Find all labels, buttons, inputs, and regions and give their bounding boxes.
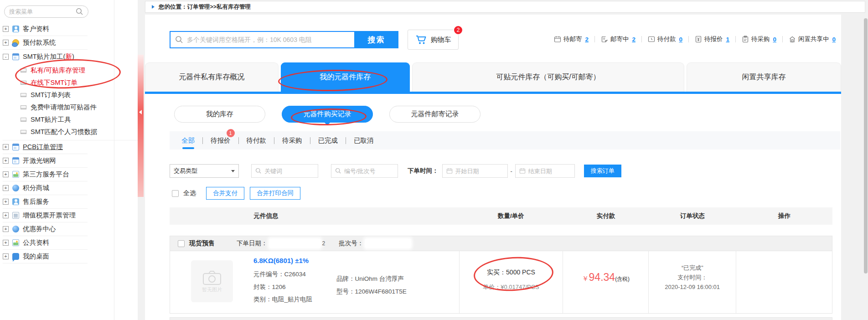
expand-icon[interactable]: + [3,26,9,32]
expand-icon[interactable]: + [3,212,9,218]
qty-price-cell: 实买：5000 PCS 单价：¥0.01747/PCS [460,251,563,313]
presale-tag: 现货预售 [189,239,215,248]
subtab-mail-records[interactable]: 元器件邮寄记录 [389,106,480,123]
package-label: 封装： [253,284,272,290]
merge-pay-button[interactable]: 合并支付 [206,187,244,200]
home-share-icon [789,36,796,43]
submenu-icon [21,105,26,109]
divider [688,36,689,42]
orders-table-header: 元件信息 数量/单价 实付款 订单状态 操作 [170,207,832,225]
component-search-box[interactable] [170,31,354,48]
filter-tab-pending-quote[interactable]: 待报价1 [211,136,231,145]
sidebar-item-smt-order-list[interactable]: SMT订单列表 [3,89,138,101]
sidebar-item-free-apply-parts[interactable]: 免费申请增加可贴器件 [3,101,138,114]
vertical-scrollbar[interactable] [864,18,868,274]
expand-icon[interactable]: + [3,144,9,150]
sidebar-item-pcb-orders[interactable]: + PCB订单管理 [3,140,88,154]
breadcrumb-arrow-icon [152,5,155,9]
end-date-input[interactable] [528,168,571,175]
subtab-purchase-records[interactable]: 元器件购买记录 [282,106,373,123]
filter-tab-completed[interactable]: 已完成 [318,136,338,145]
end-date-field[interactable] [515,164,575,178]
sidebar-item-laser-stencil[interactable]: + 开激光钢网 [3,154,88,168]
keyword-input[interactable] [264,168,314,175]
tab-my-component-stock[interactable]: 我的元器件库存 [281,62,410,92]
status-link-pending-payment[interactable]: 待付款0 [648,35,682,43]
redacted-batch-no [365,239,411,248]
tab-private-stock-overview[interactable]: 元器件私有库存概况 [145,62,279,92]
order-date-label: 下单日期： [237,239,268,248]
sidebar-item-vat-invoice[interactable]: + 增值税票开票管理 [3,209,88,222]
submenu-icon [21,118,26,122]
sidebar-search[interactable] [4,5,88,18]
status-link-mailing[interactable]: 邮寄中2 [601,35,636,43]
order-row: 现货预售 下单日期： 2 批次号： 暂无图片 6.8KΩ(6801) ±1% 元… [170,236,832,314]
collapse-icon[interactable]: - [3,54,9,60]
submenu-icon [21,68,26,72]
divider [310,137,310,144]
order-checkbox[interactable] [178,240,185,247]
filter-tab-cancelled[interactable]: 已取消 [354,136,374,145]
sidebar-item-coupon-center[interactable]: + 优惠券中心 [3,222,88,236]
sidebar: + 客户资料 + 预付款系统 - SMT贴片加工(新) 私有/可贴库存管理 在线… [0,0,138,320]
start-date-field[interactable] [442,164,508,178]
start-date-input[interactable] [455,168,504,175]
expand-icon[interactable]: + [3,171,9,177]
search-orders-button[interactable]: 搜索订单 [584,165,621,177]
keyword-field[interactable] [251,164,318,178]
sidebar-search-input[interactable] [9,8,76,15]
expand-icon[interactable]: + [3,253,9,259]
sidebar-collapse-handle[interactable] [138,55,144,197]
mailing-icon [601,36,608,43]
sidebar-item-third-party[interactable]: + 第三方服务平台 [3,168,88,181]
filter-tab-pending-purchase[interactable]: 待采购 [282,136,302,145]
sidebar-item-my-desktop[interactable]: + 我的桌面 [3,250,88,263]
tab-mountable-stock[interactable]: 可贴元件库存（可购买/可邮寄） [412,62,684,92]
status-link-idle-sharing[interactable]: 闲置共享中0 [789,35,836,43]
status-link-pending-mail[interactable]: 待邮寄2 [554,35,589,43]
batch-no-field[interactable] [331,164,398,178]
select-all-checkbox[interactable] [172,190,179,197]
subtab-my-stock[interactable]: 我的库存 [174,106,265,123]
tab-idle-shared-stock[interactable]: 闲置共享库存 [687,62,841,92]
expand-icon[interactable]: + [3,226,9,232]
sidebar-item-public-info[interactable]: + 公共资料 [3,236,88,250]
batch-no-input[interactable] [344,168,394,175]
transaction-type-select[interactable]: 交易类型 [170,164,239,178]
component-search-input[interactable] [187,36,350,43]
sidebar-item-smt[interactable]: - SMT贴片加工(新) [3,50,88,63]
order-filter-tabs: 全部 待报价1 待付款 待采购 已完成 已取消 [170,131,840,150]
sidebar-item-smt-personal-data[interactable]: SMT匹配个人习惯数据 [3,126,138,138]
part-no: C26034 [284,271,306,278]
status-link-pending-quote[interactable]: 待报价1 [695,35,729,43]
brand-label: 品牌： [336,275,355,282]
sidebar-item-smt-tools[interactable]: SMT贴片工具 [3,114,138,126]
divider [735,36,736,42]
divider [641,36,642,42]
expand-icon[interactable]: + [3,199,9,205]
product-name-link[interactable]: 6.8KΩ(6801) ±1% [253,257,312,264]
status-link-pending-purchase[interactable]: 待采购0 [742,35,776,43]
filter-tab-pending-payment[interactable]: 待付款 [247,136,267,145]
expand-icon[interactable]: + [3,185,9,191]
search-button[interactable]: 搜索 [354,31,398,48]
redacted-order-date [269,239,320,248]
sidebar-item-private-stock-mgmt[interactable]: 私有/可贴库存管理 [3,64,138,77]
cart-button[interactable]: 购物车 2 [408,30,459,50]
filter-tab-all[interactable]: 全部 [181,136,195,145]
sidebar-item-customer-info[interactable]: + 客户资料 [3,22,88,36]
document-icon [12,212,19,219]
sidebar-divider [114,0,114,320]
calendar-icon [446,168,453,174]
col-header-paid: 实付款 [563,212,649,220]
sidebar-item-after-sales[interactable]: + 售后服务 [3,195,88,209]
sidebar-item-prepay-system[interactable]: + 预付款系统 [3,36,88,50]
submenu-icon [21,130,26,134]
expand-icon[interactable]: + [3,158,9,164]
sidebar-item-offline-smt-order[interactable]: 在线下SMT订单 [3,77,138,89]
sidebar-item-points-mall[interactable]: + 积分商城 [3,181,88,195]
merge-print-button[interactable]: 合并打印合同 [250,187,300,200]
expand-icon[interactable]: + [3,40,9,46]
expand-icon[interactable]: + [3,240,9,246]
col-header-component-info: 元件信息 [170,212,459,220]
